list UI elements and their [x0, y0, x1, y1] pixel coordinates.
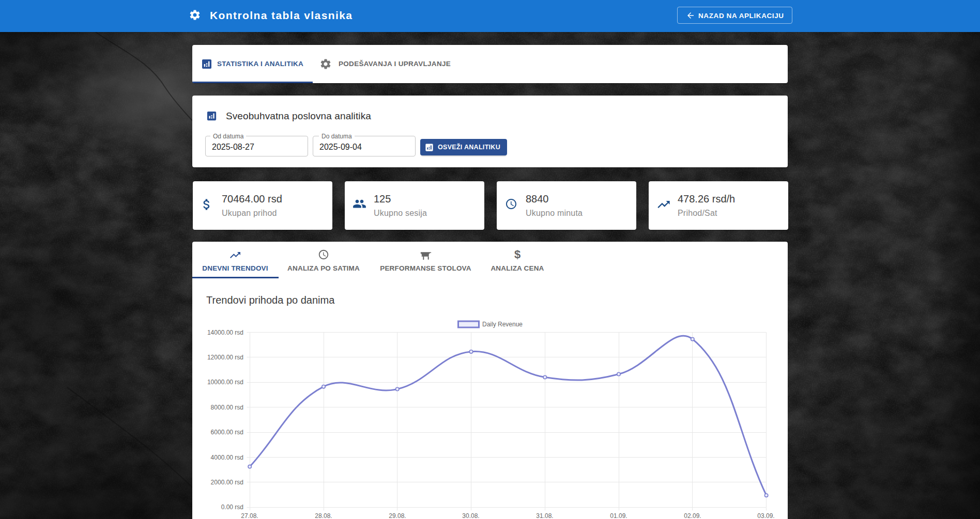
svg-text:8000.00 rsd: 8000.00 rsd: [211, 404, 243, 411]
svg-text:4000.00 rsd: 4000.00 rsd: [211, 454, 243, 461]
svg-text:27.08.: 27.08.: [241, 512, 258, 519]
svg-text:12000.00 rsd: 12000.00 rsd: [207, 354, 243, 361]
svg-text:29.08.: 29.08.: [389, 512, 406, 519]
svg-text:2000.00 rsd: 2000.00 rsd: [211, 479, 243, 486]
svg-text:10000.00 rsd: 10000.00 rsd: [207, 379, 243, 386]
svg-text:02.09.: 02.09.: [684, 512, 701, 519]
svg-text:6000.00 rsd: 6000.00 rsd: [211, 429, 243, 436]
svg-text:31.08.: 31.08.: [536, 512, 553, 519]
svg-text:03.09.: 03.09.: [757, 512, 774, 519]
svg-text:28.08.: 28.08.: [315, 512, 332, 519]
svg-text:01.09.: 01.09.: [610, 512, 627, 519]
svg-text:14000.00 rsd: 14000.00 rsd: [207, 329, 243, 336]
svg-text:30.08.: 30.08.: [462, 512, 479, 519]
svg-text:0.00 rsd: 0.00 rsd: [221, 504, 243, 511]
svg-text:Daily Revenue: Daily Revenue: [482, 321, 523, 328]
